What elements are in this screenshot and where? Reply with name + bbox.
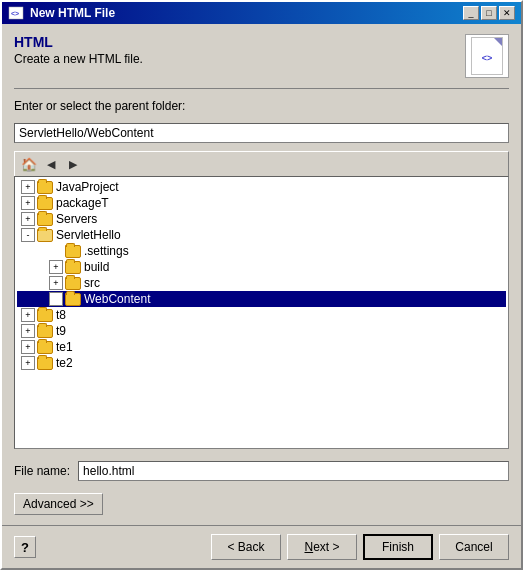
- expand-javaproject[interactable]: +: [21, 180, 35, 194]
- html-file-icon: <>: [471, 37, 503, 75]
- home-button[interactable]: 🏠: [19, 154, 39, 174]
- back-button[interactable]: < Back: [211, 534, 281, 560]
- tree-label-t9: t9: [56, 324, 66, 338]
- close-button[interactable]: ✕: [499, 6, 515, 20]
- tree-label-t8: t8: [56, 308, 66, 322]
- dialog-content: HTML Create a new HTML file. <> Enter or…: [2, 24, 521, 525]
- back-button-label: < Back: [227, 540, 264, 554]
- forward-nav-button[interactable]: ▶: [63, 154, 83, 174]
- expand-servlethello[interactable]: -: [21, 228, 35, 242]
- folder-icon-servlethello: [37, 229, 53, 242]
- advanced-label: Advanced >>: [23, 497, 94, 511]
- folder-icon-build: [65, 261, 81, 274]
- minimize-button[interactable]: _: [463, 6, 479, 20]
- expand-te1[interactable]: +: [21, 340, 35, 354]
- title-bar: <> New HTML File _ □ ✕: [2, 2, 521, 24]
- header-left: HTML Create a new HTML file.: [14, 34, 143, 66]
- tree-label-settings: .settings: [84, 244, 129, 258]
- tree-container[interactable]: + JavaProject + packageT +: [14, 176, 509, 449]
- expand-packaget[interactable]: +: [21, 196, 35, 210]
- folder-icon-t9: [37, 325, 53, 338]
- folder-icon-te2: [37, 357, 53, 370]
- folder-input[interactable]: [14, 123, 509, 143]
- home-icon: 🏠: [21, 157, 37, 172]
- tree-item-webcontent[interactable]: + WebContent: [17, 291, 506, 307]
- svg-text:<>: <>: [11, 10, 19, 17]
- expand-t9[interactable]: +: [21, 324, 35, 338]
- dialog-subtitle: Create a new HTML file.: [14, 52, 143, 66]
- tree-item-t9[interactable]: + t9: [17, 323, 506, 339]
- title-controls: _ □ ✕: [463, 6, 515, 20]
- header-section: HTML Create a new HTML file. <>: [14, 34, 509, 78]
- folder-icon-t8: [37, 309, 53, 322]
- dialog-title: HTML: [14, 34, 143, 50]
- tree-label-webcontent: WebContent: [84, 292, 151, 306]
- folder-icon-servers: [37, 213, 53, 226]
- tree-label-packaget: packageT: [56, 196, 109, 210]
- tree-item-te1[interactable]: + te1: [17, 339, 506, 355]
- tree-label-servlethello: ServletHello: [56, 228, 121, 242]
- tree-label-te2: te2: [56, 356, 73, 370]
- window: <> New HTML File _ □ ✕ HTML Create a new…: [0, 0, 523, 570]
- folder-icon-webcontent: [65, 293, 81, 306]
- tree-item-javaproject[interactable]: + JavaProject: [17, 179, 506, 195]
- tree-item-settings[interactable]: .settings: [17, 243, 506, 259]
- folder-icon-javaproject: [37, 181, 53, 194]
- tree-toolbar: 🏠 ◀ ▶: [14, 151, 509, 176]
- next-button[interactable]: Next >: [287, 534, 357, 560]
- tree-label-servers: Servers: [56, 212, 97, 226]
- advanced-section: Advanced >>: [14, 489, 509, 515]
- tree-item-servers[interactable]: + Servers: [17, 211, 506, 227]
- question-mark-icon: ?: [21, 540, 29, 555]
- expand-servers[interactable]: +: [21, 212, 35, 226]
- tree-label-src: src: [84, 276, 100, 290]
- tree-item-te2[interactable]: + te2: [17, 355, 506, 371]
- footer-buttons: < Back Next > Finish Cancel: [211, 534, 509, 560]
- folder-label: Enter or select the parent folder:: [14, 99, 509, 113]
- cancel-button[interactable]: Cancel: [439, 534, 509, 560]
- file-name-label: File name:: [14, 464, 70, 478]
- header-divider: [14, 88, 509, 89]
- folder-icon-packaget: [37, 197, 53, 210]
- file-name-input[interactable]: [78, 461, 509, 481]
- tree-item-build[interactable]: + build: [17, 259, 506, 275]
- expand-te2[interactable]: +: [21, 356, 35, 370]
- back-nav-button[interactable]: ◀: [41, 154, 61, 174]
- tree-label-javaproject: JavaProject: [56, 180, 119, 194]
- expand-build[interactable]: +: [49, 260, 63, 274]
- folder-icon-settings: [65, 245, 81, 258]
- tree-label-build: build: [84, 260, 109, 274]
- tree-item-servlethello[interactable]: - ServletHello: [17, 227, 506, 243]
- folder-icon-te1: [37, 341, 53, 354]
- window-icon: <>: [8, 5, 24, 21]
- back-arrow-icon: ◀: [47, 158, 55, 171]
- tree-label-te1: te1: [56, 340, 73, 354]
- finish-button[interactable]: Finish: [363, 534, 433, 560]
- finish-button-label: Finish: [382, 540, 414, 554]
- next-button-label: Next >: [304, 540, 339, 554]
- expand-t8[interactable]: +: [21, 308, 35, 322]
- help-button[interactable]: ?: [14, 536, 36, 558]
- maximize-button[interactable]: □: [481, 6, 497, 20]
- tree-item-t8[interactable]: + t8: [17, 307, 506, 323]
- folder-icon-src: [65, 277, 81, 290]
- title-bar-text: <> New HTML File: [8, 5, 115, 21]
- tree-item-src[interactable]: + src: [17, 275, 506, 291]
- advanced-button[interactable]: Advanced >>: [14, 493, 103, 515]
- footer: ? < Back Next > Finish Cancel: [2, 525, 521, 568]
- expand-webcontent[interactable]: +: [49, 292, 63, 306]
- file-name-row: File name:: [14, 461, 509, 481]
- tree-section: 🏠 ◀ ▶ + JavaProject +: [14, 151, 509, 449]
- tree-item-packaget[interactable]: + packageT: [17, 195, 506, 211]
- header-icon-box: <>: [465, 34, 509, 78]
- expand-src[interactable]: +: [49, 276, 63, 290]
- cancel-button-label: Cancel: [455, 540, 492, 554]
- window-title: New HTML File: [30, 6, 115, 20]
- forward-arrow-icon: ▶: [69, 158, 77, 171]
